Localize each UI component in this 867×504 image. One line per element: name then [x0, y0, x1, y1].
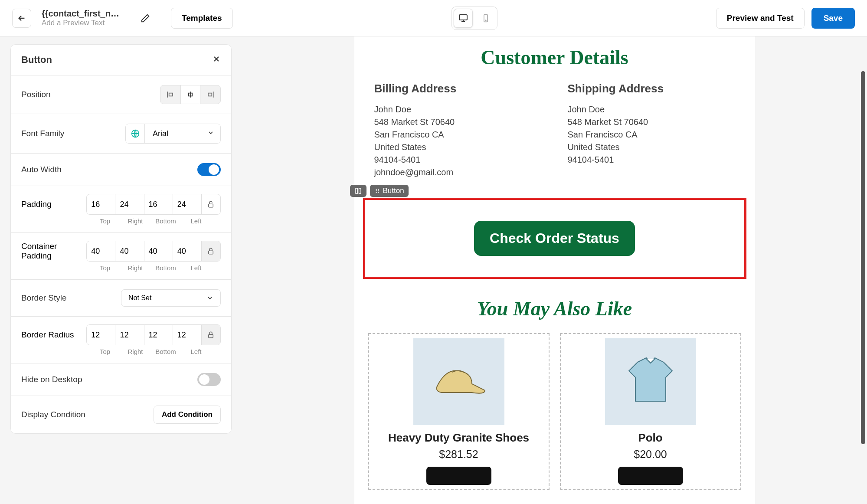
align-right-button[interactable]	[200, 85, 220, 104]
arrow-left-icon	[17, 13, 26, 23]
product-card[interactable]: Polo $20.00	[560, 333, 741, 490]
container-padding-captions: Top Right Bottom Left	[90, 264, 221, 272]
container-padding-left-input[interactable]: 40	[173, 241, 202, 261]
position-label: Position	[21, 90, 51, 99]
border-radius-label: Border Radius	[21, 330, 79, 340]
product-card[interactable]: Heavy Duty Granite Shoes $281.52	[368, 333, 550, 490]
close-icon	[212, 55, 221, 63]
drag-icon	[374, 188, 380, 194]
toggle-knob	[209, 164, 219, 175]
padding-lock-button[interactable]	[202, 194, 220, 214]
align-left-button[interactable]	[160, 85, 180, 104]
position-group	[160, 85, 221, 104]
font-family-row: Font Family Arial	[11, 114, 231, 154]
panel-title: Button	[21, 54, 52, 65]
font-family-label: Font Family	[21, 129, 64, 138]
product-buy-button[interactable]	[618, 467, 683, 485]
hide-desktop-label: Hide on Desktop	[21, 375, 82, 384]
border-style-value: Not Set	[128, 294, 151, 302]
chevron-down-icon	[201, 129, 220, 138]
product-price: $281.52	[439, 448, 478, 461]
top-bar: {{contact_first_nam… Add a Preview Text …	[0, 0, 867, 36]
mobile-icon	[481, 13, 490, 23]
svg-point-9	[376, 189, 376, 190]
save-button[interactable]: Save	[811, 8, 855, 29]
product-buy-button[interactable]	[426, 467, 491, 485]
templates-button[interactable]: Templates	[171, 8, 233, 29]
back-button[interactable]	[12, 9, 31, 28]
edit-title-button[interactable]	[139, 12, 152, 25]
container-padding-top-input[interactable]: 40	[87, 241, 115, 261]
svg-point-10	[378, 189, 379, 190]
device-toggle	[451, 7, 497, 30]
svg-rect-7	[356, 188, 358, 193]
padding-label: Padding	[21, 200, 79, 209]
top-right-group: Preview and Test Save	[716, 8, 855, 29]
globe-icon	[126, 124, 145, 143]
email-canvas[interactable]: Customer Details Billing Address John Do…	[354, 36, 755, 504]
preview-text-placeholder[interactable]: Add a Preview Text	[42, 19, 124, 27]
product-image	[413, 338, 504, 425]
chevron-down-icon	[206, 295, 213, 301]
columns-control[interactable]	[350, 185, 366, 197]
address-wrap: Billing Address John Doe 548 Market St 7…	[363, 82, 746, 185]
email-title[interactable]: {{contact_first_nam…	[42, 9, 124, 19]
display-condition-row: Display Condition Add Condition	[11, 396, 231, 433]
lock-icon	[207, 247, 215, 255]
svg-rect-4	[209, 204, 213, 207]
border-radius-lock-button[interactable]	[202, 325, 220, 345]
padding-right-input[interactable]: 24	[115, 194, 144, 214]
close-panel-button[interactable]	[212, 55, 221, 65]
product-name: Polo	[638, 431, 662, 445]
pencil-icon	[141, 13, 150, 23]
border-radius-row: Border Radius 12 12 12 12 Top Right Bott…	[11, 317, 231, 363]
cta-button[interactable]: Check Order Status	[474, 221, 635, 256]
product-price: $20.00	[634, 448, 667, 461]
border-radius-captions: Top Right Bottom Left	[90, 348, 221, 355]
top-left-group: {{contact_first_nam… Add a Preview Text …	[12, 8, 233, 29]
desktop-view-button[interactable]	[454, 9, 473, 28]
hide-desktop-row: Hide on Desktop	[11, 363, 231, 396]
mobile-view-button[interactable]	[476, 9, 495, 28]
padding-left-input[interactable]: 24	[173, 194, 202, 214]
product-image	[605, 338, 696, 425]
desktop-icon	[458, 13, 468, 23]
padding-top-input[interactable]: 16	[87, 194, 115, 214]
container-padding-label: Container Padding	[21, 242, 79, 261]
scrollbar[interactable]	[861, 71, 865, 444]
border-style-select[interactable]: Not Set	[121, 289, 221, 307]
border-radius-right-input[interactable]: 12	[115, 325, 144, 345]
hide-desktop-toggle[interactable]	[197, 373, 221, 386]
border-radius-left-input[interactable]: 12	[173, 325, 202, 345]
container-padding-right-input[interactable]: 40	[115, 241, 144, 261]
billing-title: Billing Address	[374, 82, 542, 95]
add-condition-button[interactable]: Add Condition	[154, 406, 221, 424]
unlock-icon	[207, 200, 215, 208]
position-row: Position	[11, 75, 231, 114]
shipping-column: Shipping Address John Doe 548 Market St …	[568, 82, 735, 179]
product-grid: Heavy Duty Granite Shoes $281.52 Polo $2…	[363, 333, 746, 490]
preview-test-button[interactable]: Preview and Test	[716, 8, 805, 29]
align-left-icon	[166, 90, 175, 99]
auto-width-toggle[interactable]	[197, 163, 221, 176]
columns-icon	[354, 187, 362, 195]
container-padding-lock-button[interactable]	[202, 241, 220, 261]
container-padding-bottom-input[interactable]: 40	[144, 241, 173, 261]
border-style-label: Border Style	[21, 293, 67, 303]
svg-point-2	[485, 20, 486, 21]
padding-captions: Top Right Bottom Left	[90, 217, 221, 225]
padding-bottom-input[interactable]: 16	[144, 194, 173, 214]
block-type-tag[interactable]: Button	[370, 185, 409, 197]
container-padding-inputs: 40 40 40 40	[86, 241, 221, 262]
main-area: Button Position Font Family	[0, 36, 867, 504]
align-center-button[interactable]	[180, 85, 200, 104]
selected-button-block[interactable]: Check Order Status	[363, 198, 746, 279]
shirt-icon	[620, 353, 681, 410]
customer-details-heading: Customer Details	[363, 36, 746, 82]
font-family-select[interactable]: Arial	[125, 124, 221, 144]
border-radius-top-input[interactable]: 12	[87, 325, 115, 345]
svg-rect-8	[359, 188, 361, 193]
billing-column: Billing Address John Doe 548 Market St 7…	[374, 82, 542, 179]
svg-point-13	[376, 192, 376, 193]
border-radius-bottom-input[interactable]: 12	[144, 325, 173, 345]
